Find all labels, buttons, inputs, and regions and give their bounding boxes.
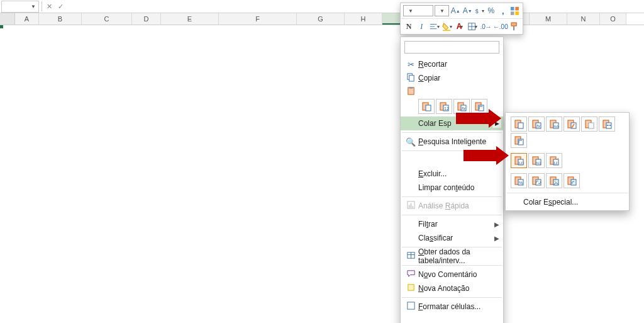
name-box[interactable]: ▼ (1, 1, 39, 13)
format-painter-icon[interactable] (509, 20, 520, 33)
accept-formula-icon: ✓ (55, 3, 66, 11)
clipboard-icon (403, 86, 418, 98)
cancel-formula-icon: ✕ (43, 3, 55, 11)
decrease-decimal-icon[interactable]: .0→ (479, 20, 492, 33)
format-cells-icon (403, 301, 418, 312)
menu-search[interactable] (404, 41, 499, 54)
sub-paste-keep-source[interactable] (564, 116, 580, 132)
menu-insert-copied[interactable] (401, 153, 503, 167)
menu-smart-lookup[interactable]: 🔍Pesquisa Inteligente (401, 135, 503, 149)
search-icon: 🔍 (403, 137, 418, 147)
menu-delete[interactable]: Excluir... (401, 167, 503, 181)
sub-paste-formulas-num[interactable]: %fx (546, 116, 562, 132)
sub-paste-all[interactable] (511, 116, 527, 132)
menu-sort[interactable]: Classificar▶ (401, 231, 503, 245)
align-icon[interactable]: ▾ (428, 20, 440, 33)
font-size-select[interactable]: ▼ (435, 5, 449, 16)
menu-copy[interactable]: Copiar (401, 71, 503, 85)
svg-rect-1 (511, 7, 514, 11)
svg-rect-2 (515, 7, 519, 11)
svg-rect-17 (409, 87, 413, 89)
conditional-format-icon[interactable] (509, 4, 520, 17)
sub-paste-linked-pic[interactable] (564, 173, 580, 188)
menu-new-note[interactable]: Nova Anotação (401, 281, 503, 295)
col-header-a[interactable]: A (15, 13, 39, 25)
submenu-paste-special-dialog[interactable]: Colar Especial... (506, 195, 629, 209)
col-header-d[interactable]: D (132, 13, 161, 25)
svg-text:123: 123 (518, 161, 524, 165)
menu-format-cells[interactable]: Formatar células... (401, 300, 503, 314)
col-header-f[interactable]: F (219, 13, 297, 25)
increase-size-icon[interactable]: A▲ (450, 4, 461, 17)
font-name-select[interactable]: ▼ (403, 5, 433, 16)
menu-search-input[interactable] (404, 41, 499, 54)
svg-text:%12: %12 (536, 161, 541, 165)
svg-rect-36 (407, 302, 414, 309)
borders-icon[interactable]: ▾ (467, 20, 478, 33)
sub-paste-no-borders[interactable] (581, 116, 597, 132)
svg-rect-12 (511, 23, 516, 26)
col-header-e[interactable]: E (161, 13, 219, 25)
increase-decimal-icon[interactable]: ←.00 (494, 20, 508, 33)
copy-icon (403, 72, 418, 84)
svg-text:%: % (519, 181, 523, 185)
svg-rect-66 (536, 179, 541, 185)
sub-paste-link[interactable] (528, 173, 545, 188)
svg-text:123: 123 (444, 106, 449, 111)
quick-analysis-icon (403, 200, 418, 212)
col-header-c[interactable]: C (82, 13, 132, 25)
table-icon (403, 251, 418, 262)
decrease-size-icon[interactable]: A▼ (462, 4, 473, 17)
menu-new-comment[interactable]: Novo Comentário (401, 268, 503, 281)
svg-text:fx: fx (536, 123, 541, 129)
chevron-down-icon[interactable]: ▼ (31, 4, 36, 9)
svg-rect-4 (515, 11, 519, 15)
fill-color-icon[interactable]: ▾ (441, 20, 453, 33)
paste-formulas-button[interactable]: fx (453, 99, 470, 114)
col-header-h[interactable]: H (345, 13, 382, 25)
sub-paste-transpose[interactable] (511, 133, 527, 148)
svg-rect-35 (408, 285, 413, 290)
select-all-corner[interactable] (0, 13, 15, 25)
col-header-n[interactable]: N (567, 13, 600, 25)
col-header-g[interactable]: G (297, 13, 345, 25)
sub-paste-values-src[interactable]: 12 (546, 153, 562, 168)
col-header-m[interactable]: M (530, 13, 567, 25)
svg-rect-38 (518, 123, 523, 128)
menu-quick-analysis: Análise Rápida (401, 199, 503, 213)
menu-pick-from-list[interactable] (401, 314, 503, 323)
menu-filter[interactable]: Filtrar▶ (401, 217, 503, 231)
sub-paste-values-num[interactable]: %12 (528, 153, 545, 168)
sub-paste-formulas[interactable]: fx (528, 116, 545, 132)
mini-toolbar: ▼ ▼ A▲ A▼ $▾ % , N I ▾ ▾ A▾ ▾ .0→ ←.00 (400, 3, 523, 35)
paste-transpose-button[interactable] (471, 99, 487, 114)
column-headers: A B C D E F G H I J K L M N O (0, 13, 644, 25)
menu-clear[interactable]: Limpar conteúdo (401, 181, 503, 195)
menu-get-table-data[interactable]: Obter dados da tabela/interv... (401, 249, 503, 263)
svg-rect-48 (589, 123, 594, 128)
col-header-b[interactable]: B (39, 13, 82, 25)
menu-cut[interactable]: ✂Recortar (401, 57, 503, 71)
sub-paste-values[interactable]: 123 (511, 153, 527, 168)
percent-icon[interactable]: % (486, 4, 497, 17)
paste-option-icons: 123 fx (401, 99, 503, 116)
italic-icon[interactable]: I (416, 20, 427, 33)
paste-default-button[interactable] (418, 99, 435, 114)
svg-rect-13 (513, 26, 514, 30)
note-icon (403, 283, 418, 294)
svg-text:%fx: %fx (553, 125, 559, 128)
sub-paste-formatting[interactable]: % (511, 173, 527, 188)
svg-rect-19 (426, 105, 431, 111)
col-header-o[interactable]: O (600, 13, 626, 25)
comma-icon[interactable]: , (497, 4, 508, 17)
sub-paste-col-width[interactable] (599, 116, 615, 132)
sub-paste-picture[interactable] (546, 173, 562, 188)
paste-values-button[interactable]: 123 (436, 99, 452, 114)
bold-icon[interactable]: N (403, 20, 414, 33)
accounting-format-icon[interactable]: $▾ (474, 4, 485, 17)
font-color-icon[interactable]: A▾ (454, 20, 465, 33)
menu-paste-special[interactable]: Colar Esp▶ (401, 116, 503, 130)
active-cell (0, 25, 3, 28)
svg-text:fx: fx (462, 106, 466, 111)
svg-rect-29 (408, 205, 409, 208)
